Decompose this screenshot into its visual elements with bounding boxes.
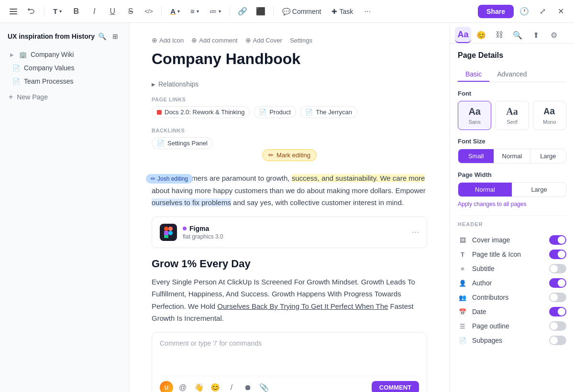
list-button[interactable]: ≔ ▾ — [206, 5, 225, 18]
mark-editing-label: Mark editing — [276, 152, 310, 159]
sidebar-search-icon[interactable]: 🔍 — [96, 31, 108, 42]
page-link-jerrycan[interactable]: 📄 The Jerrycan — [300, 106, 357, 118]
page-link-product[interactable]: 📄 Product — [254, 106, 296, 118]
relationships-chevron-icon: ▶ — [152, 82, 155, 87]
undo-icon[interactable] — [24, 4, 39, 19]
task-label: Task — [339, 8, 353, 15]
add-cover-button[interactable]: ⊕ Add Cover — [245, 36, 282, 44]
date-toggle[interactable] — [549, 307, 566, 316]
size-small[interactable]: Small — [458, 149, 494, 163]
tab-advanced[interactable]: Advanced — [489, 67, 534, 82]
at-mention-icon[interactable]: @ — [176, 381, 189, 392]
svg-rect-0 — [10, 9, 17, 10]
italic-icon[interactable]: I — [87, 4, 102, 19]
attachment-icon[interactable]: 📎 — [257, 381, 271, 392]
more-options-icon[interactable]: ··· — [360, 4, 375, 19]
page-link-docs[interactable]: Docs 2.0: Rework & Thinking — [152, 106, 250, 118]
emoji-wave-icon[interactable]: 👋 — [192, 381, 206, 392]
page-outline-toggle[interactable] — [549, 321, 566, 331]
panel-tab-emoji-icon[interactable]: 😊 — [473, 27, 489, 43]
focus-icon[interactable]: ⤢ — [535, 4, 550, 19]
size-large[interactable]: Large — [530, 149, 566, 163]
history-icon[interactable]: 🕐 — [517, 4, 532, 19]
bold-icon[interactable]: B — [68, 4, 84, 19]
jerrycan-doc-icon: 📄 — [305, 109, 313, 116]
underline-icon[interactable]: U — [105, 4, 120, 19]
font-sans-label: Sans — [469, 119, 481, 125]
font-serif-label: Serif — [507, 119, 518, 125]
subpages-toggle[interactable] — [549, 336, 566, 345]
emoji-smile-icon[interactable]: 😊 — [209, 381, 222, 392]
toggle-contributors: 👥 Contributors — [458, 290, 566, 305]
contributors-label: Contributors — [472, 294, 544, 301]
backlink-settings-panel[interactable]: 📄 Settings Panel — [152, 137, 213, 149]
menu-icon[interactable] — [6, 4, 21, 19]
new-page-plus-icon: + — [9, 93, 13, 101]
sidebar-header: UX inspiration from History 🔍 ⊞ — [4, 29, 125, 48]
code-icon[interactable]: </> — [141, 4, 156, 19]
cover-image-toggle[interactable] — [549, 235, 566, 245]
new-page-button[interactable]: + New Page — [4, 90, 125, 104]
font-color-button[interactable]: A ▾ — [166, 5, 184, 17]
panel-tab-export-icon[interactable]: ⬆ — [528, 27, 544, 43]
relationships-row[interactable]: ▶ Relationships — [152, 77, 427, 91]
width-large[interactable]: Large — [512, 183, 566, 196]
figma-title: Figma — [183, 225, 406, 232]
apply-changes-link[interactable]: Apply changes to all pages — [458, 201, 566, 207]
svg-rect-4 — [168, 227, 173, 231]
media-icon[interactable]: ⬛ — [253, 4, 268, 19]
tab-basic[interactable]: Basic — [458, 67, 489, 82]
subtitle-toggle[interactable] — [549, 264, 566, 273]
align-button[interactable]: ≡ ▾ — [187, 5, 203, 17]
page-links-list: Docs 2.0: Rework & Thinking 📄 Product 📄 … — [152, 106, 427, 118]
embed-more-icon[interactable]: ··· — [412, 227, 419, 237]
link-icon[interactable]: 🔗 — [235, 4, 250, 19]
size-normal[interactable]: Normal — [494, 149, 530, 163]
author-toggle[interactable] — [549, 278, 566, 288]
close-icon[interactable]: ✕ — [553, 4, 568, 19]
date-label: Date — [472, 308, 544, 316]
font-option-mono[interactable]: Aa Mono — [533, 101, 566, 130]
panel-tab-search-icon[interactable]: 🔍 — [509, 27, 526, 43]
comment-submit-button[interactable]: COMMENT — [372, 381, 419, 392]
panel-tabs: Aa 😊 ⛓ 🔍 ⬆ ⚙ — [450, 23, 574, 44]
comment-box[interactable]: Comment or type '/' for commands U @ 👋 😊… — [152, 332, 427, 392]
panel-divider — [458, 215, 566, 216]
contributors-icon: 👥 — [458, 293, 467, 302]
content-inner: ⊕ Add Icon ⊕ Add comment ⊕ Add Cover Set… — [136, 23, 442, 392]
page-title-icon-toggle[interactable] — [549, 250, 566, 259]
panel-tab-text-icon[interactable]: Aa — [455, 27, 471, 43]
relationships-label: Relationships — [158, 80, 199, 88]
edit-slash-icon[interactable]: / — [225, 381, 238, 392]
text-icon: T — [53, 7, 57, 15]
sidebar-item-team-processes[interactable]: 📄 Team Processes — [8, 75, 125, 88]
add-cover-symbol: ⊕ — [245, 36, 251, 44]
add-icon-button[interactable]: ⊕ Add Icon — [152, 36, 184, 44]
header-section-label: HEADER — [458, 221, 566, 227]
expand-icon: ▶ — [9, 51, 15, 58]
font-option-sans[interactable]: Aa Sans — [458, 101, 491, 130]
panel-tab-share-icon[interactable]: ⛓ — [491, 27, 508, 43]
record-icon[interactable]: ⏺ — [241, 381, 254, 392]
strikethrough-icon[interactable]: S — [123, 4, 138, 19]
contributors-toggle[interactable] — [549, 293, 566, 302]
font-option-serif[interactable]: Aa Serif — [495, 101, 529, 130]
product-link-label: Product — [269, 109, 291, 116]
text-style-button[interactable]: T ▾ — [49, 5, 66, 17]
figma-embed-card[interactable]: Figma flat graphics 3.0 ··· — [152, 217, 427, 248]
font-size-label: Font Size — [458, 138, 566, 145]
share-button[interactable]: Share — [478, 5, 514, 18]
add-comment-button[interactable]: ⊕ Add comment — [191, 36, 237, 44]
settings-button[interactable]: Settings — [290, 37, 312, 44]
panel-tab-settings-icon[interactable]: ⚙ — [546, 27, 562, 43]
comment-placeholder: Comment or type '/' for commands — [160, 339, 419, 347]
add-toolbar: ⊕ Add Icon ⊕ Add comment ⊕ Add Cover Set… — [152, 34, 427, 50]
page-links-label: PAGE LINKS — [152, 95, 427, 102]
docs-link-label: Docs 2.0: Rework & Thinking — [165, 109, 244, 116]
comment-button[interactable]: 💬 Comment — [278, 6, 325, 17]
task-button[interactable]: ✚ Task — [328, 6, 357, 17]
sidebar-layout-icon[interactable]: ⊞ — [110, 31, 121, 42]
sidebar-item-company-values[interactable]: 📄 Company Values — [8, 61, 125, 75]
sidebar-item-company-wiki[interactable]: ▶ 🏢 Company Wiki — [4, 48, 125, 61]
width-normal[interactable]: Normal — [458, 183, 512, 196]
